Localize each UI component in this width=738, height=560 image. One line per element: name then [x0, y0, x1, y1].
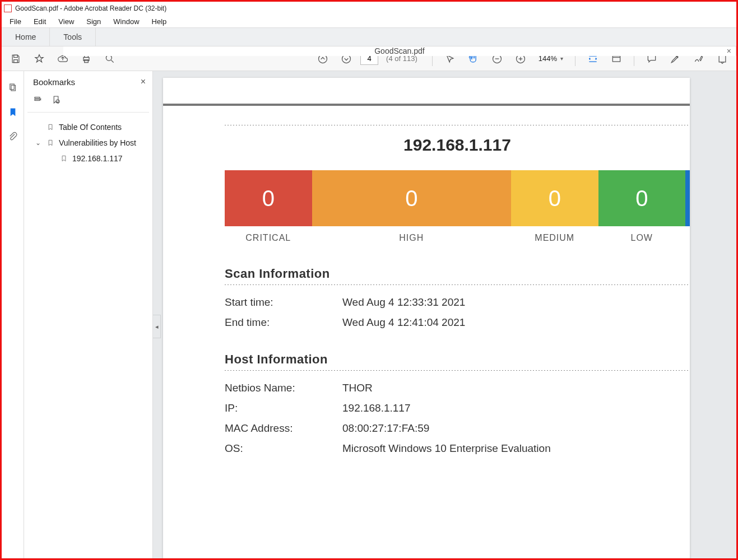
acrobat-app-icon [4, 4, 12, 12]
severity-labels: CRITICAL HIGH MEDIUM LOW [225, 233, 690, 243]
bookmark-icon [47, 139, 54, 147]
tab-home[interactable]: Home [2, 28, 50, 46]
host-ip-title: 192.168.1.117 [225, 136, 690, 155]
tab-strip: Home Tools PCI-DSS-v3_2_1-S... Sec-1 Sec… [2, 27, 736, 46]
menu-help[interactable]: Help [146, 16, 173, 27]
collapse-panel-handle[interactable]: ◂ [153, 315, 161, 338]
ip-value: 192.168.1.117 [342, 402, 411, 414]
tab-tools[interactable]: Tools [50, 28, 96, 46]
mac-label: MAC Address: [225, 422, 342, 435]
bookmark-item[interactable]: 192.168.1.117 [29, 151, 148, 166]
svg-rect-10 [612, 56, 620, 62]
pdf-page: 192.168.1.117 0 0 0 0 CRITICAL HIGH MEDI… [163, 78, 690, 558]
menubar: File Edit View Sign Window Help [2, 15, 736, 27]
menu-window[interactable]: Window [108, 16, 145, 27]
tab-doc-2[interactable]: GoodScan.pdf × [63, 46, 736, 56]
find-bookmark-icon[interactable] [51, 95, 61, 106]
chevron-down-icon: ▾ [560, 55, 563, 62]
bookmarks-panel: Bookmarks × Table Of Contents ⌄ Vulnerab… [24, 71, 153, 558]
severity-high-count: 0 [312, 170, 512, 226]
menu-sign[interactable]: Sign [81, 16, 106, 27]
svg-rect-0 [14, 55, 18, 57]
menu-view[interactable]: View [53, 16, 80, 27]
close-panel-icon[interactable]: × [141, 77, 146, 87]
bookmarks-panel-icon[interactable] [7, 106, 19, 118]
scan-info-heading: Scan Information [225, 267, 690, 281]
os-label: OS: [225, 442, 342, 455]
bookmark-item[interactable]: ⌄ Vulnerabilities by Host [29, 135, 148, 151]
svg-rect-14 [35, 97, 40, 99]
svg-rect-4 [85, 59, 89, 62]
svg-rect-13 [11, 85, 16, 91]
save-icon[interactable] [6, 49, 25, 68]
bookmarks-options-icon[interactable] [33, 95, 43, 106]
start-time-label: Start time: [225, 296, 342, 309]
severity-info-sliver [685, 170, 690, 226]
ip-label: IP: [225, 402, 342, 414]
bookmark-item[interactable]: Table Of Contents [29, 119, 148, 135]
bookmark-icon [47, 123, 54, 131]
bookmark-label: 192.168.1.117 [72, 154, 123, 163]
host-info-heading: Host Information [225, 352, 690, 367]
collapse-icon[interactable]: ⌄ [34, 139, 42, 147]
severity-summary: 0 0 0 0 [225, 170, 690, 226]
thumbnails-panel-icon[interactable] [7, 81, 19, 94]
document-canvas[interactable]: ◂ 192.168.1.117 0 0 0 0 CRITICAL HIGH ME… [153, 71, 736, 558]
svg-rect-11 [719, 55, 726, 62]
netbios-label: Netbios Name: [225, 382, 342, 394]
os-value: Microsoft Windows 10 Enterprise Evaluati… [342, 442, 551, 455]
attachments-panel-icon[interactable] [7, 130, 19, 143]
severity-low-count: 0 [598, 170, 686, 226]
severity-medium-count: 0 [511, 170, 598, 226]
star-icon[interactable] [30, 49, 49, 68]
bookmarks-title: Bookmarks [33, 77, 75, 87]
titlebar: GoodScan.pdf - Adobe Acrobat Reader DC (… [2, 2, 736, 15]
bookmark-label: Vulnerabilities by Host [59, 138, 136, 147]
bookmark-icon [60, 155, 68, 162]
end-time-value: Wed Aug 4 12:41:04 2021 [342, 316, 465, 329]
svg-rect-15 [35, 99, 40, 100]
bookmark-label: Table Of Contents [59, 123, 122, 132]
tab-close-icon[interactable]: × [727, 46, 731, 55]
menu-file[interactable]: File [4, 16, 27, 27]
window-title: GoodScan.pdf - Adobe Acrobat Reader DC (… [15, 4, 166, 12]
svg-rect-12 [10, 84, 14, 90]
svg-rect-1 [14, 59, 18, 62]
start-time-value: Wed Aug 4 12:33:31 2021 [342, 296, 465, 309]
netbios-value: THOR [342, 382, 373, 394]
mac-value: 08:00:27:17:FA:59 [342, 422, 429, 435]
menu-edit[interactable]: Edit [28, 16, 52, 27]
end-time-label: End time: [225, 316, 342, 329]
severity-critical-count: 0 [225, 170, 312, 226]
left-rail [2, 71, 24, 558]
